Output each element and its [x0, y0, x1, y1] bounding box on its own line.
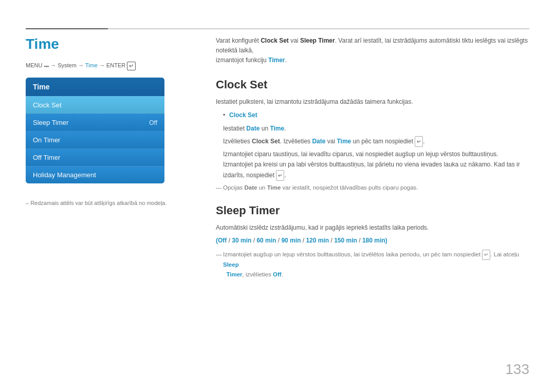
page-number: 133	[505, 361, 529, 378]
page-title: Time	[26, 36, 180, 52]
clock-set-sub2: Izvēlieties Clock Set. Izvēlieties Date …	[223, 136, 529, 147]
menu-item-clock-set[interactable]: Clock Set	[26, 96, 164, 114]
enter-icon: ↵	[127, 62, 136, 70]
clock-set-section: Clock Set Iestatiet pulksteni, lai izman…	[216, 78, 529, 193]
menu-path: MENU ▪▪▪ → System → Time → ENTER ↵	[26, 62, 180, 70]
menu-item-holiday-management[interactable]: Holiday Management	[26, 166, 164, 183]
menu-item-on-timer[interactable]: On Timer	[26, 131, 164, 148]
sleep-timer-note: Izmantojiet augšup un lejup vērstos bult…	[216, 250, 529, 279]
left-column: Time MENU ▪▪▪ → System → Time → ENTER ↵ …	[26, 36, 180, 208]
menu-item-label: Holiday Management	[33, 171, 96, 179]
option-30: 30 min	[232, 237, 251, 244]
clock-set-bullet-label: Clock Set	[229, 111, 257, 119]
menu-path-enter: ENTER	[106, 62, 125, 68]
option-off: Off	[218, 237, 227, 244]
intro-text: Varat konfigurēt Clock Set vai Sleep Tim…	[216, 36, 529, 66]
menu-item-label: Sleep Timer	[33, 119, 68, 126]
menu-path-time: Time	[85, 62, 98, 68]
menu-item-label: Off Timer	[33, 154, 60, 161]
option-180: 180 min	[362, 237, 385, 244]
clock-set-description: Iestatiet pulksteni, lai izmantotu izstr…	[216, 97, 529, 107]
sleep-timer-description: Automātiski izslēdz izstrādājumu, kad ir…	[216, 222, 529, 233]
menu-item-value: Off	[149, 119, 157, 126]
clock-set-sub3: Izmantojiet ciparu taustiņus, lai ievadī…	[223, 149, 529, 181]
clock-set-sub1: Iestatiet Date un Time.	[223, 123, 529, 134]
page-container: Time MENU ▪▪▪ → System → Time → ENTER ↵ …	[0, 0, 555, 392]
left-note: – Redzamais attēls var būt atšķirīgs atk…	[26, 199, 180, 208]
menu-item-label: Clock Set	[33, 101, 62, 109]
clock-set-bullet-list: Clock Set	[223, 110, 529, 120]
option-90: 90 min	[281, 237, 301, 244]
menu-item-label: On Timer	[33, 136, 60, 144]
option-60: 60 min	[256, 237, 276, 244]
menu-item-sleep-timer[interactable]: Sleep Timer Off	[26, 114, 164, 131]
top-line-accent	[26, 28, 108, 29]
menu-item-off-timer[interactable]: Off Timer	[26, 148, 164, 166]
sleep-timer-section: Sleep Timer Automātiski izslēdz izstrādā…	[216, 204, 529, 279]
option-150: 150 min	[334, 237, 357, 244]
right-column: Varat konfigurēt Clock Set vai Sleep Tim…	[216, 36, 529, 279]
clock-set-title: Clock Set	[216, 78, 529, 91]
menu-header: Time	[26, 78, 164, 96]
menu-box: Time Clock Set Sleep Timer Off On Timer …	[26, 78, 164, 183]
clock-set-bullet-item: Clock Set	[223, 110, 529, 120]
sleep-timer-options: (Off / 30 min / 60 min / 90 min / 120 mi…	[216, 236, 529, 246]
clock-set-note: Opcijas Date un Time var iestatīt, nospi…	[216, 183, 529, 192]
sleep-timer-title: Sleep Timer	[216, 204, 529, 217]
option-120: 120 min	[306, 237, 329, 244]
menu-path-menu: MENU	[26, 62, 42, 68]
